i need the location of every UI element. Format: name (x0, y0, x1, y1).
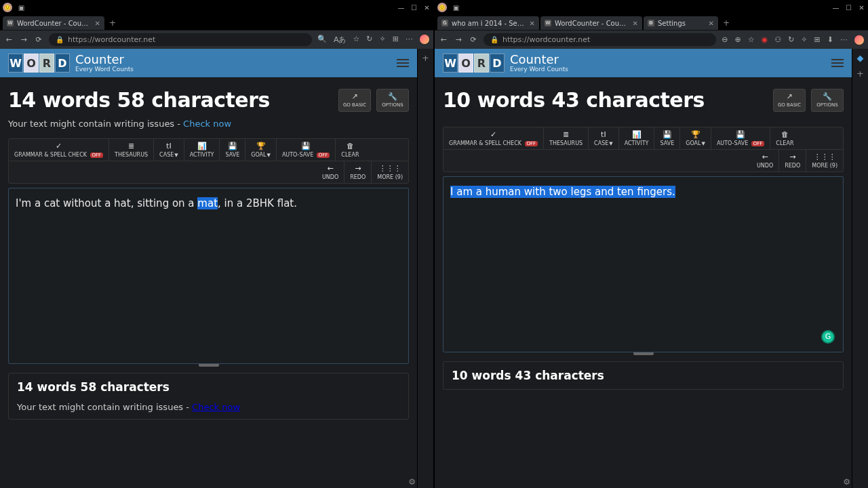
settings-gear-icon[interactable]: ⚙ (408, 477, 416, 487)
tool-undo-button[interactable]: ←UNDO (751, 150, 779, 171)
sync-icon[interactable]: ↻ (788, 35, 794, 45)
tool-activity-button[interactable]: 📊ACTIVITY (184, 139, 220, 161)
tool-goal-button[interactable]: 🏆GOAL▼ (680, 127, 711, 149)
tab-title: Settings (658, 20, 705, 27)
more-icon[interactable]: ⋯ (406, 35, 413, 45)
horizontal-scrollbar[interactable] (8, 363, 409, 369)
editor-toolbar: ✓GRAMMAR & SPELL CHECK OFF≣THESAURUStICA… (443, 127, 844, 172)
zoom-icon[interactable]: 🔍 (317, 35, 327, 45)
back-icon[interactable]: ← (4, 35, 14, 44)
close-window-icon[interactable]: ✕ (423, 4, 431, 12)
profile-avatar-icon[interactable]: 🙂 (3, 3, 12, 12)
tool-redo-button[interactable]: →REDO (344, 161, 372, 183)
maximize-icon[interactable]: ☐ (410, 4, 418, 12)
tool-grammar-button[interactable]: ✓GRAMMAR & SPELL CHECK OFF (9, 139, 109, 161)
external-icon: ↗ (786, 92, 792, 101)
browser-tab[interactable]: ⚙ Settings ✕ (644, 16, 718, 30)
zoom-in-icon[interactable]: ⊕ (735, 35, 741, 45)
refresh-icon[interactable]: ⟳ (34, 35, 43, 44)
check-now-link[interactable]: Check now (183, 119, 231, 129)
tool-clear-button[interactable]: 🗑CLEAR (770, 127, 799, 149)
options-button[interactable]: 🔧OPTIONS (376, 89, 409, 112)
editor-toolbar: ✓GRAMMAR & SPELL CHECK OFF≣THESAURUStICA… (8, 138, 409, 184)
address-input[interactable]: 🔒 https://wordcounter.net (484, 33, 716, 46)
refresh-icon[interactable]: ⟳ (469, 35, 478, 44)
workspaces-icon[interactable]: ▣ (18, 4, 25, 12)
profile-avatar-icon[interactable]: 🙂 (437, 3, 447, 12)
tool-case-button[interactable]: tICASE▼ (154, 139, 184, 161)
browser-tab[interactable]: W WordCounter - Count Wo ✕ (540, 16, 642, 30)
address-input[interactable]: 🔒 https://wordcounter.net (49, 33, 312, 46)
tool-case-button[interactable]: tICASE▼ (589, 127, 619, 149)
profile-icon[interactable] (420, 35, 429, 44)
tool-activity-button[interactable]: 📊ACTIVITY (619, 127, 655, 149)
tab-close-icon[interactable]: ✕ (709, 20, 714, 27)
menu-icon[interactable] (831, 59, 844, 67)
tab-close-icon[interactable]: ✕ (530, 20, 535, 27)
translate-icon[interactable]: Aあ (334, 35, 347, 45)
tool-thesaurus-button[interactable]: ≣THESAURUS (544, 127, 589, 149)
sidebar-add-icon[interactable]: + (856, 68, 864, 79)
maximize-icon[interactable]: ☐ (845, 4, 852, 12)
workspaces-icon[interactable]: ▣ (452, 4, 460, 12)
title-bar: 🙂 ▣ — ☐ ✕ (0, 0, 433, 15)
goal-icon: 🏆 (256, 142, 266, 150)
browser-tab[interactable]: W WordCounter - Count Words & C ✕ (3, 16, 104, 30)
sidebar-tool-icon[interactable]: ◆ (857, 53, 864, 63)
tool-save-button[interactable]: 💾SAVE (654, 127, 680, 149)
star-icon[interactable]: ☆ (748, 35, 755, 45)
tool-clear-button[interactable]: 🗑CLEAR (336, 139, 364, 161)
tool-thesaurus-button[interactable]: ≣THESAURUS (109, 139, 154, 161)
site-logo[interactable]: W O R D (443, 54, 505, 73)
back-icon[interactable]: ← (439, 35, 448, 44)
tool-goal-button[interactable]: 🏆GOAL▼ (245, 139, 277, 161)
minimize-icon[interactable]: — (397, 4, 405, 12)
tool-redo-button[interactable]: →REDO (779, 150, 806, 171)
options-button[interactable]: 🔧OPTIONS (811, 89, 844, 112)
extension-icon[interactable]: ⚇ (774, 35, 781, 45)
tool-more-button[interactable]: ⋮⋮⋮MORE (9) (806, 150, 843, 171)
downloads-icon[interactable]: ⬇ (827, 35, 833, 45)
tool-grammar-button[interactable]: ✓GRAMMAR & SPELL CHECK OFF (443, 127, 544, 149)
browser-tab[interactable]: G who am i 2014 - Search ✕ (437, 16, 539, 30)
forward-icon[interactable]: → (454, 35, 463, 44)
tab-close-icon[interactable]: ✕ (95, 20, 100, 27)
tool-save-button[interactable]: 💾SAVE (220, 139, 245, 161)
tool-autosave-button[interactable]: 💾AUTO-SAVE OFF (711, 127, 770, 149)
collections-icon[interactable]: ⊞ (393, 35, 399, 45)
check-now-link[interactable]: Check now (192, 402, 240, 412)
star-icon[interactable]: ☆ (353, 35, 359, 45)
zoom-out-icon[interactable]: ⊖ (722, 35, 728, 45)
grammarly-icon[interactable]: G (821, 330, 835, 344)
go-basic-button[interactable]: ↗GO BASIC (773, 89, 806, 112)
more-icon[interactable]: ⋯ (840, 35, 848, 45)
site-logo[interactable]: W O R D (8, 54, 70, 73)
forward-icon[interactable]: → (19, 35, 28, 44)
minimize-icon[interactable]: — (832, 4, 840, 12)
settings-gear-icon[interactable]: ⚙ (843, 477, 850, 487)
text-editor[interactable]: I am a human with two legs and ten finge… (443, 176, 844, 352)
new-tab-button[interactable]: + (719, 16, 733, 30)
tool-autosave-button[interactable]: 💾AUTO-SAVE OFF (277, 139, 336, 161)
close-window-icon[interactable]: ✕ (858, 4, 865, 12)
profile-icon[interactable] (854, 35, 864, 45)
site-header: W O R D Counter Every Word Counts (435, 49, 852, 77)
go-basic-button[interactable]: ↗GO BASIC (338, 89, 371, 112)
activity-icon: 📊 (632, 130, 642, 139)
site-header: W O R D Counter Every Word Counts (0, 49, 417, 77)
tool-undo-button[interactable]: ←UNDO (317, 161, 344, 183)
collections-icon[interactable]: ⊞ (814, 35, 821, 45)
sync-icon[interactable]: ↻ (366, 35, 372, 45)
undo-icon: ← (327, 164, 333, 173)
menu-icon[interactable] (397, 59, 409, 67)
horizontal-scrollbar[interactable] (443, 352, 844, 357)
favorites-icon[interactable]: ✧ (380, 35, 386, 45)
tab-close-icon[interactable]: ✕ (633, 20, 638, 27)
tool-more-button[interactable]: ⋮⋮⋮MORE (9) (372, 161, 408, 183)
text-editor[interactable]: I'm a cat without a hat, sitting on a ma… (8, 188, 409, 364)
extension-icon[interactable]: ◉ (762, 35, 768, 45)
thesaurus-icon: ≣ (563, 130, 569, 139)
new-tab-button[interactable]: + (106, 16, 119, 30)
favorites-icon[interactable]: ✧ (801, 35, 807, 45)
sidebar-add-icon[interactable]: + (422, 53, 429, 63)
